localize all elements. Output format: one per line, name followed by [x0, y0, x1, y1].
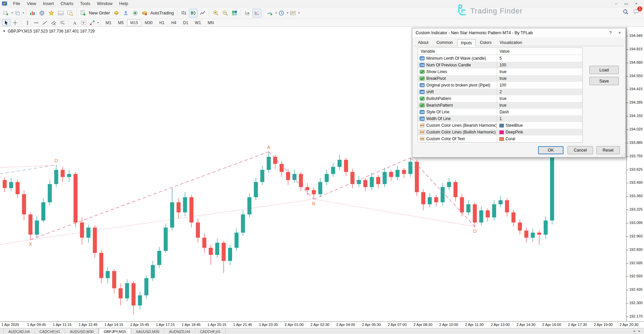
table-row[interactable]: 123 shift 2	[418, 89, 582, 95]
close-button[interactable]: ×	[633, 1, 640, 6]
dropdown-arrow-icon[interactable]: ▾	[23, 11, 24, 14]
toolbar-button-profiles[interactable]	[13, 9, 22, 17]
toolbar-button-terminal[interactable]	[56, 9, 65, 17]
variable-value[interactable]: DeepPink	[497, 129, 582, 135]
toolbar-button-channel[interactable]: E	[50, 19, 58, 26]
timeframe-button-mn[interactable]: MN	[205, 19, 217, 26]
toolbar-button-periods[interactable]	[277, 9, 286, 17]
menu-charts[interactable]: Charts	[57, 0, 76, 7]
resize-grip-icon[interactable]	[622, 153, 625, 157]
timeframe-button-m30[interactable]: M30	[142, 19, 156, 26]
variable-value[interactable]: true	[497, 102, 582, 109]
toolbar-button-tile-windows[interactable]	[230, 9, 239, 17]
timeframe-button-w1[interactable]: W1	[192, 19, 204, 26]
menu-insert[interactable]: Insert	[40, 0, 57, 7]
toolbar-button-arrows[interactable]	[88, 19, 96, 26]
table-row[interactable]: 123 Width Of Line 1	[418, 115, 582, 122]
table-row[interactable]: 123 Style Of Line Dash	[418, 109, 582, 115]
time-axis[interactable]: 1 Apr 20251 Apr 09:451 Apr 11:151 Apr 12…	[0, 321, 644, 328]
variable-value[interactable]: 2	[497, 89, 582, 95]
toolbar-button-horizontal-line[interactable]	[32, 19, 40, 26]
chart-tab-audusd-m30[interactable]: AUDUSD,M30	[65, 328, 99, 334]
table-row[interactable]: BearishPattern true	[418, 102, 582, 109]
dropdown-arrow-icon[interactable]: ▾	[11, 11, 13, 14]
toolbar-button-line-chart[interactable]	[198, 9, 207, 17]
toolbar-button-new-order[interactable]	[79, 9, 88, 17]
dialog-help-button[interactable]: ?	[609, 30, 611, 35]
timeframe-button-h4[interactable]: H4	[168, 19, 179, 26]
menu-file[interactable]: File	[10, 0, 23, 7]
toolbar-button-autotrading[interactable]	[140, 9, 149, 17]
variable-value[interactable]: 1	[497, 115, 582, 122]
chart-tab-gbpjpy-m15[interactable]: GBPJPY,M15	[99, 328, 131, 334]
timeframe-button-h1[interactable]: H1	[156, 19, 167, 26]
timeframe-button-m1[interactable]: M1	[103, 19, 114, 26]
toolbar-button-cursor[interactable]	[2, 19, 10, 26]
menu-help[interactable]: Help	[116, 0, 131, 7]
toolbar-button-crosshair[interactable]	[11, 19, 19, 26]
dialog-title-bar[interactable]: Custom Indicator - Nen Star Harmonic Pat…	[412, 28, 626, 37]
table-row[interactable]: Custom Color Lines (Bearish Harmonic) St…	[418, 122, 582, 129]
dialog-tab-visualization[interactable]: Visualization	[496, 39, 526, 46]
variable-value[interactable]: 5	[497, 55, 582, 62]
toolbar-button-expert-advisors[interactable]	[112, 9, 121, 17]
tab-scroll-left-button[interactable]: ◄	[633, 330, 635, 333]
toolbar-button-indicators[interactable]	[266, 9, 274, 17]
dialog-tab-inputs[interactable]: Inputs	[457, 39, 476, 46]
toolbar-button-zoom-out[interactable]	[221, 9, 229, 17]
table-row[interactable]: BullishPattern true	[418, 95, 582, 102]
dialog-tab-common[interactable]: Common	[433, 39, 457, 46]
ok-button[interactable]: OK	[538, 146, 564, 154]
table-row[interactable]: 123 Minimum Lenth Of Wave (candle) 5	[418, 55, 582, 62]
toolbar-button-auto-scroll[interactable]	[243, 9, 252, 17]
toolbar-button-navigator[interactable]	[47, 9, 56, 17]
search-icon[interactable]	[623, 9, 629, 16]
toolbar-button-strategy-tester[interactable]	[66, 9, 74, 17]
dialog-close-button[interactable]: ×	[618, 30, 621, 35]
toolbar-button-text[interactable]: A	[71, 19, 79, 26]
toolbar-button-bar-chart[interactable]	[179, 9, 188, 17]
table-row[interactable]: Custom Color Of Text Coral	[418, 135, 582, 142]
timeframe-button-d1[interactable]: D1	[180, 19, 191, 26]
reset-button[interactable]: Reset	[596, 146, 620, 154]
table-row[interactable]: Custom Color Lines (Bullish Harmonic) De…	[418, 129, 582, 135]
variable-value[interactable]: true	[497, 68, 582, 75]
menu-view[interactable]: View	[23, 0, 40, 7]
table-row[interactable]: 123 Num Of Previous Candle 100	[418, 62, 582, 68]
variable-value[interactable]: 100	[497, 62, 582, 68]
load-button[interactable]: Load	[589, 66, 619, 74]
toolbar-button-chart-shift[interactable]	[253, 9, 261, 17]
dropdown-arrow-icon[interactable]: ▾	[287, 11, 288, 14]
new-order-label[interactable]: New Order	[89, 10, 110, 15]
price-axis[interactable]: 194.945194.815194.680194.550194.415194.2…	[627, 27, 644, 321]
restore-button[interactable]: ▭	[623, 1, 630, 6]
chart-tab-cadchf-h1[interactable]: CADCHF,H1	[195, 328, 226, 334]
chart-tab-cadchf-h1[interactable]: CADCHF,H1	[35, 328, 65, 334]
toolbar-button-fibonacci[interactable]: F	[58, 19, 66, 26]
chart-tab-audcad-h4[interactable]: AUDCAD,H4	[3, 328, 35, 334]
chart-symbol-line[interactable]: ▼ GBPJPY,M15 187.523 187.736 187.401 187…	[3, 29, 95, 34]
chart-tab-xauusd-m30[interactable]: XAUUSD,M30	[131, 328, 164, 334]
timeframe-button-m5[interactable]: M5	[115, 19, 127, 26]
dialog-tab-about[interactable]: About	[414, 39, 432, 46]
toolbar-button-community[interactable]	[121, 9, 130, 17]
dialog-tab-colors[interactable]: Colors	[476, 39, 495, 46]
toolbar-button-new-chart[interactable]	[2, 9, 10, 17]
toolbar-button-market-watch[interactable]	[28, 9, 37, 17]
dropdown-arrow-icon[interactable]: ▾	[97, 21, 99, 24]
save-button[interactable]: Save	[589, 77, 619, 85]
chart-tab-audnzd-h4[interactable]: AUDNZD,H4	[164, 328, 195, 334]
timeframe-button-m15[interactable]: M15	[127, 19, 141, 26]
toolbar-button-trendline[interactable]	[41, 19, 49, 26]
toolbar-button-data-window[interactable]	[38, 9, 46, 17]
toolbar-button-zoom-in[interactable]	[211, 9, 220, 17]
toolbar-button-market[interactable]	[131, 9, 140, 17]
toolbar-button-vertical-line[interactable]	[23, 19, 32, 26]
variable-value[interactable]: true	[497, 95, 582, 102]
toolbar-button-templates[interactable]	[288, 9, 297, 17]
menu-window[interactable]: Window	[94, 0, 116, 7]
variable-value[interactable]: Dash	[497, 109, 582, 115]
variable-value[interactable]: 100	[497, 82, 582, 89]
autotrading-label[interactable]: AutoTrading	[150, 10, 174, 15]
variable-value[interactable]: true	[497, 75, 582, 82]
